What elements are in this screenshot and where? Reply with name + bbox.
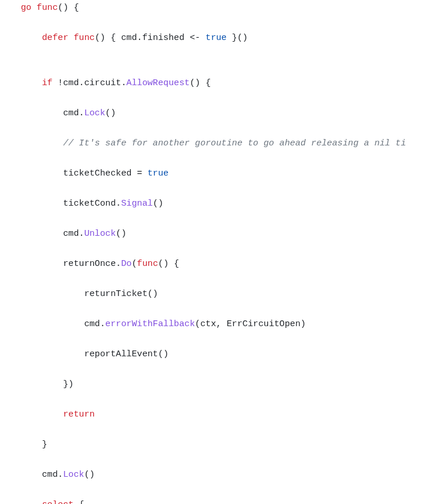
token-k: func [74, 32, 94, 43]
code-line[interactable]: defer func() { cmd.finished <- true }() [0, 30, 440, 45]
token-fn: Lock [84, 108, 105, 118]
code-line[interactable]: // It's safe for another goroutine to go… [0, 136, 440, 151]
token-fn: Signal [121, 198, 153, 209]
token-fn: errorWithFallback [105, 319, 195, 329]
code-line[interactable]: select { [0, 497, 440, 504]
token-k: func [137, 258, 158, 269]
code-line[interactable]: cmd.Lock() [0, 105, 440, 120]
token-fn: AllowRequest [126, 78, 189, 88]
token-k: if [42, 78, 57, 88]
token-k: func [36, 2, 57, 13]
code-line[interactable]: reportAllEvent() [0, 346, 440, 361]
code-line[interactable]: return [0, 407, 440, 422]
code-line[interactable]: ticketCond.Signal() [0, 196, 440, 211]
code-line[interactable]: } [0, 437, 440, 452]
token-k: select [42, 499, 79, 504]
token-k: go [21, 2, 36, 13]
token-fn: Lock [63, 469, 84, 480]
code-line[interactable]: cmd.Lock() [0, 467, 440, 482]
token-b: true [148, 168, 168, 178]
code-line[interactable]: returnOnce.Do(func() { [0, 256, 440, 271]
code-line[interactable]: cmd.errorWithFallback(ctx, ErrCircuitOpe… [0, 316, 440, 331]
token-fn: Do [121, 258, 131, 269]
code-line[interactable]: returnTicket() [0, 286, 440, 301]
code-line[interactable]: }) [0, 377, 440, 392]
token-b: true [206, 32, 226, 43]
code-line[interactable]: go func() { [0, 0, 440, 15]
token-k: return [63, 409, 95, 419]
code-line[interactable]: cmd.Unlock() [0, 226, 440, 241]
code-block[interactable]: go func() { defer func() { cmd.finished … [0, 0, 440, 504]
token-fn: Unlock [84, 228, 116, 239]
token-k: defer [42, 32, 74, 43]
code-line[interactable]: if !cmd.circuit.AllowRequest() { [0, 75, 440, 90]
token-c: // It's safe for another goroutine to go… [63, 138, 406, 148]
code-line[interactable]: ticketChecked = true [0, 166, 440, 181]
